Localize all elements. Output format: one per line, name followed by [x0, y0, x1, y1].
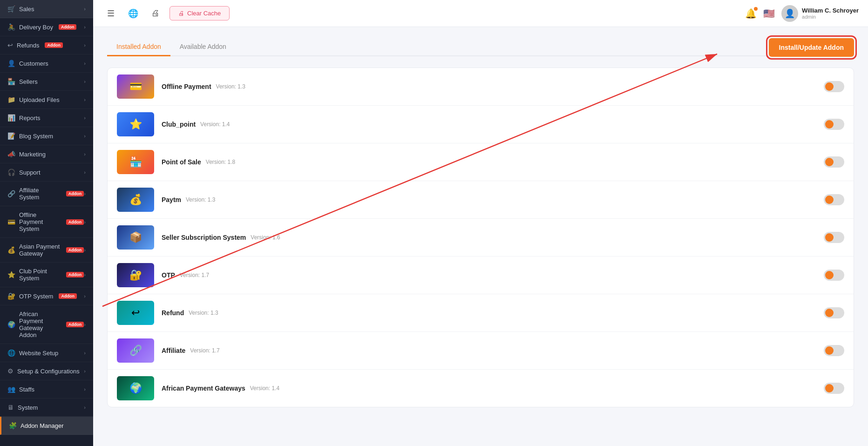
notification-button[interactable]: 🔔: [745, 8, 757, 19]
addon-toggle[interactable]: [824, 81, 844, 92]
sidebar-item-delivery-boy[interactable]: 🚴 Delivery Boy Addon ›: [0, 18, 93, 36]
addon-toggle[interactable]: [824, 270, 844, 281]
addon-toggle[interactable]: [824, 307, 844, 318]
addon-version: Version: 1.3: [186, 196, 215, 203]
chevron-icon: ›: [84, 133, 86, 139]
addon-toggle[interactable]: [824, 345, 844, 356]
addon-thumbnail: 💳: [117, 74, 154, 99]
user-name: William C. Schroyer: [802, 7, 859, 14]
sidebar-item-addon-manager[interactable]: 🧩 Addon Manager: [0, 417, 93, 435]
addon-toggle[interactable]: [824, 156, 844, 168]
sidebar-item-affiliate-system[interactable]: 🔗 Affiliate System Addon ›: [0, 182, 93, 206]
sidebar-item-label: Sellers: [19, 78, 38, 85]
sidebar-item-label: Delivery Boy: [19, 24, 53, 31]
toggle-slider: [824, 81, 844, 92]
avatar: 👤: [781, 5, 798, 22]
topbar-right: 🔔 🇺🇸 👤 William C. Schroyer admin: [745, 5, 859, 22]
toggle-slider: [824, 270, 844, 281]
thumb-icon: 💰: [129, 194, 142, 206]
sidebar-item-label: Sales: [19, 6, 34, 13]
addon-thumbnail: 💰: [117, 188, 154, 212]
sidebar-item-label: OTP System: [19, 293, 53, 300]
sidebar-item-label: Support: [19, 169, 41, 176]
addon-toggle[interactable]: [824, 232, 844, 243]
sidebar-item-sales[interactable]: 🛒 Sales ›: [0, 0, 93, 18]
sidebar-icon: 📁: [7, 96, 15, 103]
sidebar-item-support[interactable]: 🎧 Support ›: [0, 163, 93, 182]
addon-version: Version: 1.6: [251, 234, 280, 241]
chevron-icon: ›: [84, 293, 86, 299]
toggle-slider: [824, 194, 844, 205]
sidebar-icon: 🛒: [7, 5, 15, 13]
sidebar-item-refunds[interactable]: ↩ Refunds Addon ›: [0, 36, 93, 54]
addon-toggle[interactable]: [824, 383, 844, 394]
chevron-icon: ›: [84, 272, 86, 277]
sidebar-item-label: Refunds: [17, 42, 39, 49]
sidebar-item-label: Reports: [19, 115, 41, 122]
tab-available-addon[interactable]: Available Addon: [170, 38, 236, 56]
sidebar-item-website-setup[interactable]: 🌐 Website Setup ›: [0, 344, 93, 362]
sidebar-item-otp-system[interactable]: 🔐 OTP System Addon ›: [0, 287, 93, 305]
chevron-icon: ›: [84, 219, 86, 225]
thumb-icon: 🔐: [129, 269, 142, 281]
sidebar-item-offline-payment-system[interactable]: 💳 Offline Payment System Addon ›: [0, 206, 93, 238]
sidebar-icon: ⭐: [7, 271, 15, 278]
addon-name: Affiliate: [162, 347, 185, 354]
sidebar-item-system[interactable]: 🖥 System ›: [0, 399, 93, 417]
sidebar-item-asian-payment-gateway[interactable]: 💰 Asian Payment Gateway Addon ›: [0, 238, 93, 263]
language-flag[interactable]: 🇺🇸: [763, 8, 775, 19]
chevron-icon: ›: [84, 79, 86, 84]
chevron-icon: ›: [84, 42, 86, 48]
addon-name: OTP: [162, 271, 175, 279]
sidebar-item-label: Affiliate System: [19, 187, 61, 201]
toggle-slider: [824, 345, 844, 356]
user-menu[interactable]: 👤 William C. Schroyer admin: [781, 5, 859, 22]
printer-icon: 🖨: [178, 10, 184, 17]
menu-toggle-button[interactable]: ☰: [102, 5, 119, 22]
sidebar-icon: 🏪: [7, 78, 15, 85]
print-button[interactable]: 🖨: [147, 5, 164, 22]
sidebar: 🛒 Sales › 🚴 Delivery Boy Addon › ↩ Refun…: [0, 0, 93, 446]
chevron-icon: ›: [84, 61, 86, 66]
sidebar-item-customers[interactable]: 👤 Customers ›: [0, 54, 93, 73]
sidebar-item-sellers[interactable]: 🏪 Sellers ›: [0, 73, 93, 91]
addon-thumbnail: 🏪: [117, 150, 154, 174]
sidebar-icon: 📣: [7, 150, 15, 158]
sidebar-item-club-point-system[interactable]: ⭐ Club Point System Addon ›: [0, 263, 93, 287]
sidebar-item-uploaded-files[interactable]: 📁 Uploaded Files ›: [0, 91, 93, 109]
sidebar-item-african-payment-gateway-addon[interactable]: 🌍 African Payment Gateway Addon Addon ›: [0, 305, 93, 344]
chevron-icon: ›: [84, 191, 86, 196]
addon-badge: Addon: [66, 191, 84, 196]
sidebar-icon: 🎧: [7, 169, 15, 176]
tab-installed-addon[interactable]: Installed Addon: [107, 38, 170, 56]
addon-toggle[interactable]: [824, 119, 844, 130]
addon-toggle[interactable]: [824, 194, 844, 205]
addon-item: 🔐 OTP Version: 1.7: [108, 257, 854, 294]
thumb-icon: ↩: [131, 307, 140, 319]
addon-item: 💳 Offline Payment Version: 1.3: [108, 68, 854, 106]
addon-item: ⭐ Club_point Version: 1.4: [108, 106, 854, 143]
addon-name: Offline Payment: [162, 83, 211, 90]
globe-button[interactable]: 🌐: [125, 5, 142, 22]
sidebar-item-label: Customers: [19, 60, 48, 67]
tabs: Installed AddonAvailable Addon: [107, 38, 854, 56]
sidebar-item-reports[interactable]: 📊 Reports ›: [0, 109, 93, 127]
thumb-icon: 🌍: [129, 382, 142, 394]
sidebar-item-blog-system[interactable]: 📝 Blog System ›: [0, 127, 93, 145]
addon-info: Point of Sale Version: 1.8: [162, 158, 816, 166]
addon-thumbnail: ⭐: [117, 112, 154, 136]
sidebar-item-staffs[interactable]: 👥 Staffs ›: [0, 380, 93, 399]
clear-cache-button[interactable]: 🖨 Clear Cache: [170, 6, 230, 20]
addon-info: Affiliate Version: 1.7: [162, 347, 816, 354]
addon-name: Point of Sale: [162, 158, 201, 166]
main-content: ☰ 🌐 🖨 🖨 Clear Cache 🔔 🇺🇸 👤 William C. Sc…: [93, 0, 868, 446]
sidebar-item-marketing[interactable]: 📣 Marketing ›: [0, 145, 93, 163]
sidebar-item-label: Setup & Configurations: [17, 368, 80, 375]
install-update-addon-button[interactable]: Install/Update Addon: [769, 38, 854, 57]
addon-info: OTP Version: 1.7: [162, 271, 816, 279]
sidebar-icon: ⚙: [7, 367, 14, 375]
sidebar-item-setup-&-configurations[interactable]: ⚙ Setup & Configurations ›: [0, 362, 93, 380]
user-role: admin: [802, 14, 859, 20]
addon-item: ↩ Refund Version: 1.3: [108, 294, 854, 332]
chevron-icon: ›: [84, 386, 86, 392]
